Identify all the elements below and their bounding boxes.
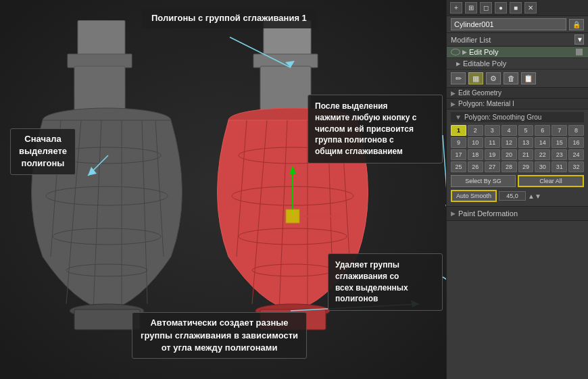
delete-icon-btn[interactable]: 🗑	[504, 72, 518, 84]
sg-btn-18[interactable]: 18	[468, 149, 483, 160]
modifier-list-label: Modifier List	[451, 36, 572, 44]
section-polygon-material[interactable]: ▶ Polygon: Material I	[447, 99, 588, 109]
sg-btn-17[interactable]: 17	[451, 149, 466, 160]
paint-deformation-section[interactable]: ▶ Paint Deformation	[447, 207, 588, 221]
smoothing-arrow-icon: ▼	[455, 113, 462, 121]
section-polygon-material-label: Polygon: Material I	[458, 100, 514, 107]
poly-icon-btn[interactable]: ▦	[468, 72, 483, 84]
svg-rect-36	[286, 209, 299, 223]
sg-btn-4[interactable]: 4	[501, 125, 517, 136]
sg-btn-29[interactable]: 29	[518, 161, 534, 172]
panel-icons-row: ✏ ▦ ⚙ 🗑 📋	[447, 70, 588, 88]
sg-btn-2[interactable]: 2	[468, 125, 483, 136]
sg-btn-32[interactable]: 32	[568, 161, 584, 172]
sg-btn-7[interactable]: 7	[552, 125, 567, 136]
modifier-sq-icon	[576, 49, 583, 55]
3d-viewport[interactable]: Полигоны с группой сглаживания 1 Сначала…	[0, 0, 446, 379]
sg-btn-26[interactable]: 26	[468, 161, 483, 172]
sg-btn-13[interactable]: 13	[518, 137, 534, 148]
sg-btn-22[interactable]: 22	[535, 149, 550, 160]
annotation-left-mid: Сначала выделяете полигоны	[10, 128, 76, 175]
smoothing-groups-section: ▼ Polygon: Smoothing Grou 1 2 3 4 5 6 7 …	[447, 109, 588, 207]
sg-btn-31[interactable]: 31	[552, 161, 567, 172]
modifier-editable-poly-label: Editable Poly	[463, 59, 506, 68]
sg-btn-10[interactable]: 10	[468, 137, 483, 148]
smoothing-header-label: Polygon: Smoothing Grou	[464, 113, 542, 121]
panel-toolbar: + ⊞ ◻ ● ■ ✕	[447, 0, 588, 16]
clear-all-btn[interactable]: Clear All	[518, 175, 584, 187]
paint-deform-arrow-icon: ▶	[451, 210, 456, 217]
sg-btn-28[interactable]: 28	[501, 161, 517, 172]
svg-rect-0	[78, 20, 125, 57]
object-name-row: 🔒	[447, 16, 588, 33]
play-icon2: ▶	[456, 61, 460, 67]
play-icon: ▶	[462, 49, 467, 55]
toolbar-square-btn[interactable]: ■	[510, 2, 522, 14]
object-name-lock-btn[interactable]: 🔒	[569, 19, 584, 30]
sg-btn-27[interactable]: 27	[485, 161, 500, 172]
sg-btn-15[interactable]: 15	[552, 137, 567, 148]
auto-smooth-btn[interactable]: Auto Smooth	[451, 190, 497, 202]
modifier-edit-poly[interactable]: ▶ Edit Poly	[447, 47, 588, 58]
toolbar-circle-btn[interactable]: ●	[495, 2, 507, 14]
sg-btn-5[interactable]: 5	[518, 125, 534, 136]
sg-btn-24[interactable]: 24	[568, 149, 584, 160]
sg-btn-12[interactable]: 12	[501, 137, 517, 148]
annotation-right-bottom: Удаляет группы сглаживания со всех выдел…	[328, 253, 443, 311]
sg-btn-11[interactable]: 11	[485, 137, 500, 148]
paint-deformation-label: Paint Deformation	[458, 209, 518, 218]
svg-rect-17	[253, 54, 318, 68]
eye-icon	[451, 49, 460, 55]
svg-rect-15	[74, 309, 140, 330]
sg-btn-6[interactable]: 6	[535, 125, 550, 136]
sg-btn-23[interactable]: 23	[552, 149, 567, 160]
settings-icon-btn[interactable]: ⚙	[486, 72, 501, 84]
annotation-top: Полигоны с группой сглаживания 1	[142, 8, 316, 28]
section-edit-geometry[interactable]: ▶ Edit Geometry	[447, 88, 588, 99]
toolbar-box-btn[interactable]: ◻	[480, 2, 492, 14]
modifier-list-row: Modifier List ▼	[447, 33, 588, 47]
auto-smooth-spinner[interactable]: ▲▼	[528, 193, 541, 200]
object-name-field[interactable]	[451, 18, 566, 30]
toolbar-plus-btn[interactable]: +	[450, 2, 462, 14]
toolbar-grid-btn[interactable]: ⊞	[465, 2, 477, 14]
sg-btn-21[interactable]: 21	[518, 149, 534, 160]
right-panel: + ⊞ ◻ ● ■ ✕ 🔒 Modifier List ▼ ▶ Edit Pol…	[446, 0, 588, 379]
modifier-editable-poly[interactable]: ▶ Editable Poly	[447, 58, 588, 70]
sg-grid: 1 2 3 4 5 6 7 8 9 10 11 12 13 14 15 16 1…	[451, 125, 584, 172]
toolbar-cross-btn[interactable]: ✕	[524, 2, 537, 14]
arrow-icon: ▶	[451, 90, 456, 97]
arrow-icon2: ▶	[451, 101, 456, 107]
sg-btn-19[interactable]: 19	[485, 149, 500, 160]
smoothing-header[interactable]: ▼ Polygon: Smoothing Grou	[451, 112, 584, 122]
sg-btn-25[interactable]: 25	[451, 161, 466, 172]
sg-btn-30[interactable]: 30	[535, 161, 550, 172]
sg-btn-8[interactable]: 8	[568, 125, 584, 136]
left-vase	[14, 20, 203, 358]
select-by-sg-btn[interactable]: Select By SG	[451, 175, 516, 187]
sg-bottom-row: Select By SG Clear All	[451, 175, 584, 187]
section-edit-geometry-label: Edit Geometry	[458, 89, 501, 97]
auto-smooth-value-field[interactable]	[499, 191, 526, 201]
annotation-right-top: После выделения нажмите любую кнопку с ч…	[308, 95, 443, 163]
modifier-list-dropdown[interactable]: ▼	[574, 34, 584, 45]
edit-icon-btn[interactable]: ✏	[451, 72, 466, 84]
svg-rect-1	[68, 54, 132, 68]
sg-btn-14[interactable]: 14	[535, 137, 550, 148]
sg-btn-9[interactable]: 9	[451, 137, 466, 148]
modifier-edit-poly-label: Edit Poly	[469, 48, 498, 56]
sg-btn-16[interactable]: 16	[568, 137, 584, 148]
sg-btn-20[interactable]: 20	[501, 149, 517, 160]
sg-btn-1[interactable]: 1	[451, 125, 466, 136]
clipboard-icon-btn[interactable]: 📋	[521, 72, 536, 84]
auto-smooth-row: Auto Smooth ▲▼	[451, 190, 584, 202]
annotation-bottom: Автоматически создает разные группы сгла…	[132, 312, 307, 359]
sg-btn-3[interactable]: 3	[485, 125, 500, 136]
